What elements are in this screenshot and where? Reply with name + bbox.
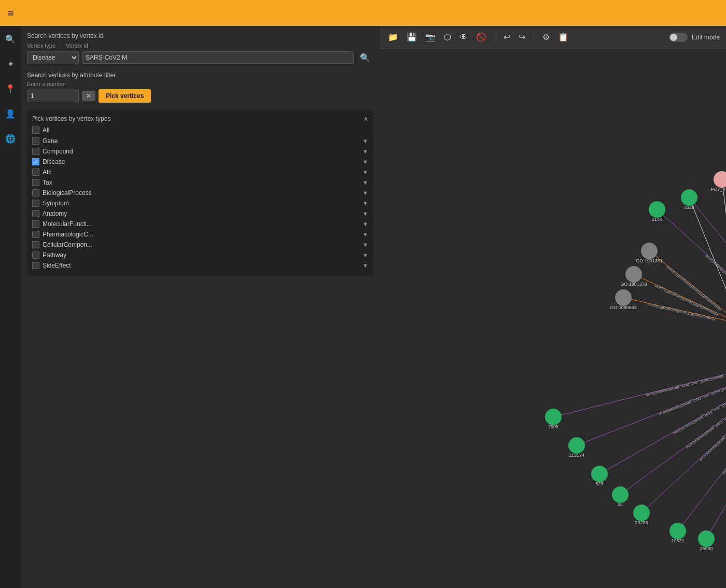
vtype-disease-checkbox[interactable] xyxy=(32,158,39,165)
toolbar-redo-icon[interactable]: ↪ xyxy=(516,30,527,44)
svg-line-60 xyxy=(657,209,726,352)
svg-text:10531: 10531 xyxy=(671,538,684,543)
vtype-atc-filter-icon[interactable]: ▼ xyxy=(362,169,368,175)
vtype-all-checkbox[interactable] xyxy=(32,127,39,134)
vtype-symptom-label: Symptom xyxy=(43,200,69,207)
svg-point-139 xyxy=(681,189,697,206)
toolbar-folder-icon[interactable]: 📁 xyxy=(386,30,400,44)
svg-point-77 xyxy=(615,289,632,306)
vtype-biologicalprocess-filter-icon[interactable]: ▼ xyxy=(362,190,368,196)
vtype-gene-filter-icon[interactable]: ▼ xyxy=(362,138,368,144)
vtype-cellularcompon-checkbox[interactable] xyxy=(32,241,39,248)
vertex-search-button[interactable]: 🔍 xyxy=(357,52,373,64)
edit-mode-area: Edit mode xyxy=(669,33,720,42)
edit-mode-toggle[interactable] xyxy=(669,33,688,42)
vtype-compound-filter-icon[interactable]: ▼ xyxy=(362,148,368,155)
svg-text:34: 34 xyxy=(618,502,623,507)
vtype-sideeffect-filter-icon[interactable]: ▼ xyxy=(362,262,368,269)
vtype-all-label: All xyxy=(43,127,49,134)
pick-vertices-collapse-icon[interactable]: ∧ xyxy=(364,115,368,122)
svg-text:GO:1901379: GO:1901379 xyxy=(620,282,647,287)
vtype-row-anatomy: Anatomy ▼ xyxy=(32,208,368,219)
vtype-pharmacologicc-filter-icon[interactable]: ▼ xyxy=(362,231,368,237)
attr-filter-hint: Enter a number xyxy=(27,81,373,87)
svg-point-133 xyxy=(591,466,608,482)
sidebar-icons: 🔍 ✦ 📍 👤 🌐 xyxy=(0,26,21,588)
graph-area[interactable]: 📁 💾 📷 ⬡ 👁 🚫 ↩ ↪ ⚙ 📋 Edit mode bioarxCovi… xyxy=(380,26,726,588)
svg-line-48 xyxy=(641,352,726,513)
vtype-cellularcompon-label: CellularCompon... xyxy=(43,241,92,248)
attr-filter-row: ✕ Pick vertices xyxy=(27,89,373,103)
vertex-id-input[interactable] xyxy=(82,51,354,64)
vtype-biologicalprocess-checkbox[interactable] xyxy=(32,189,39,197)
vtype-atc-checkbox[interactable] xyxy=(32,169,39,176)
vtype-anatomy-filter-icon[interactable]: ▼ xyxy=(362,211,368,217)
vtype-compound-checkbox[interactable] xyxy=(32,148,39,155)
vertex-type-select[interactable]: Disease Gene Compound xyxy=(27,51,79,64)
attr-filter-input[interactable] xyxy=(27,90,79,102)
toolbar-save-icon[interactable]: 💾 xyxy=(404,30,419,44)
vtype-symptom-checkbox[interactable] xyxy=(32,200,39,207)
vtype-molecularfuncti-checkbox[interactable] xyxy=(32,220,39,228)
toolbar-undo-icon[interactable]: ↩ xyxy=(501,30,512,44)
svg-text:23203: 23203 xyxy=(635,520,648,525)
vtype-row-gene: Gene ▼ xyxy=(32,136,368,146)
svg-point-141 xyxy=(649,201,665,218)
vtype-row-compound: Compound ▼ xyxy=(32,146,368,157)
graph-toolbar: 📁 💾 📷 ⬡ 👁 🚫 ↩ ↪ ⚙ 📋 Edit mode xyxy=(380,26,726,49)
vtype-row-pharmacologicc: PharmacologicC... ▼ xyxy=(32,229,368,240)
vtype-pathway-checkbox[interactable] xyxy=(32,251,39,259)
toolbar-clipboard-icon[interactable]: 📋 xyxy=(556,30,570,44)
vtype-tax-label: Tax xyxy=(43,179,52,186)
globe-sidebar-icon[interactable]: 🌐 xyxy=(3,131,18,146)
vtype-tax-checkbox[interactable] xyxy=(32,179,39,186)
svg-text:113174: 113174 xyxy=(569,453,584,458)
edit-mode-label: Edit mode xyxy=(692,34,720,41)
vtype-molecularfuncti-filter-icon[interactable]: ▼ xyxy=(362,221,368,227)
pick-vertices-title: Pick vertices by vertex types xyxy=(32,115,110,122)
search-sidebar-icon[interactable]: 🔍 xyxy=(3,31,18,47)
vtype-row-atc: Atc ▼ xyxy=(32,167,368,177)
vtype-tax-filter-icon[interactable]: ▼ xyxy=(362,179,368,186)
person-sidebar-icon[interactable]: 👤 xyxy=(3,106,18,121)
attr-clear-button[interactable]: ✕ xyxy=(82,91,95,101)
toolbar-eye-icon[interactable]: 👁 xyxy=(457,31,470,44)
svg-point-125 xyxy=(698,530,715,547)
search-row: Disease Gene Compound 🔍 xyxy=(27,51,373,64)
vtype-molecularfuncti-label: MolecularFuncti... xyxy=(43,220,92,228)
vtype-row-sideeffect: SideEffect ▼ xyxy=(32,260,368,271)
svg-text:GO:0090662: GO:0090662 xyxy=(610,305,637,310)
pick-vertices-button[interactable]: Pick vertices xyxy=(99,89,151,103)
vtype-pathway-label: Pathway xyxy=(43,251,66,259)
toolbar-settings-icon[interactable]: ⚙ xyxy=(540,30,552,44)
vtype-symptom-filter-icon[interactable]: ▼ xyxy=(362,200,368,206)
vtype-row-biologicalprocess: BiologicalProcess ▼ xyxy=(32,188,368,198)
svg-point-75 xyxy=(625,266,642,283)
svg-text:PC7_4792: PC7_4792 xyxy=(711,187,726,192)
vtype-cellularcompon-filter-icon[interactable]: ▼ xyxy=(362,242,368,248)
svg-line-50 xyxy=(620,352,726,495)
svg-point-73 xyxy=(641,243,658,259)
graph-canvas[interactable]: bioarxCovid2_acc_host_geneDiseaseGenebio… xyxy=(380,49,726,588)
toolbar-camera-icon[interactable]: 📷 xyxy=(423,30,438,44)
toolbar-noeye-icon[interactable]: 🚫 xyxy=(474,30,488,44)
vtype-gene-checkbox[interactable] xyxy=(32,137,39,145)
vtype-compound-label: Compound xyxy=(43,148,73,155)
vtype-pharmacologicc-checkbox[interactable] xyxy=(32,231,39,238)
toolbar-hexagon-icon[interactable]: ⬡ xyxy=(442,30,453,44)
svg-point-131 xyxy=(612,486,629,503)
vtype-pathway-filter-icon[interactable]: ▼ xyxy=(362,252,368,258)
vtype-disease-label: Disease xyxy=(43,158,65,165)
top-bar: ≡ xyxy=(0,0,726,26)
vtype-sideeffect-checkbox[interactable] xyxy=(32,262,39,269)
vtype-atc-label: Atc xyxy=(43,169,51,176)
vtype-disease-filter-icon[interactable]: ▼ xyxy=(362,159,368,165)
panel-content: Search vertices by vertex id Vertex type… xyxy=(21,26,380,588)
vtype-anatomy-checkbox[interactable] xyxy=(32,210,39,217)
pick-vertices-header: Pick vertices by vertex types ∧ xyxy=(32,115,368,122)
hamburger-menu-icon[interactable]: ≡ xyxy=(8,7,14,19)
vtype-sideeffect-label: SideEffect xyxy=(43,262,71,269)
pin-sidebar-icon[interactable]: 📍 xyxy=(3,81,18,96)
svg-point-127 xyxy=(669,523,686,539)
settings-sidebar-icon[interactable]: ✦ xyxy=(3,56,18,72)
